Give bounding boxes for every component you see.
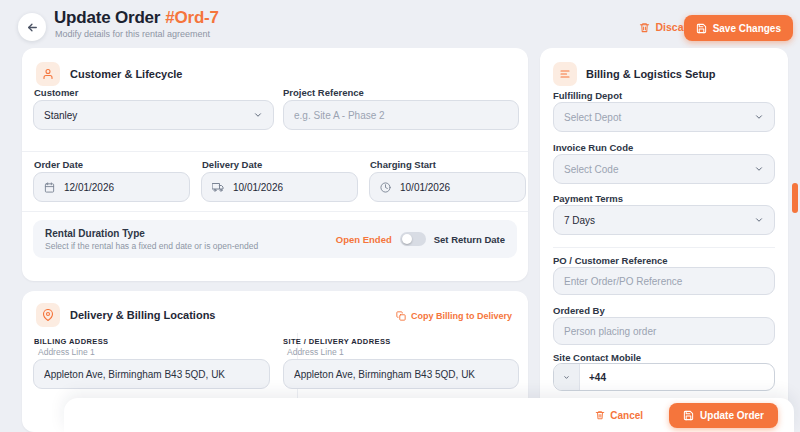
divider <box>22 151 528 152</box>
truck-icon <box>212 181 224 193</box>
chevron-down-icon <box>754 215 764 225</box>
map-pin-icon <box>36 303 60 327</box>
chevron-down-icon <box>754 164 764 174</box>
set-return-date-label: Set Return Date <box>434 234 505 245</box>
list-lines-icon <box>553 62 577 86</box>
order-date-label: Order Date <box>34 159 83 170</box>
fulfilling-depot-select[interactable]: Select Depot <box>553 102 775 132</box>
po-reference-input[interactable] <box>553 267 775 295</box>
invoice-run-code-placeholder: Select Code <box>564 164 618 175</box>
calendar-icon <box>44 182 55 193</box>
site-address-input[interactable] <box>283 359 519 389</box>
project-reference-label: Project Reference <box>283 87 364 98</box>
site-contact-mobile-label: Site Contact Mobile <box>553 352 641 363</box>
locations-section-title: Delivery & Billing Locations <box>70 309 215 321</box>
divider <box>553 247 775 248</box>
customer-select-value: Stanley <box>44 110 77 121</box>
cancel-label: Cancel <box>610 410 643 421</box>
delivery-date-value: 10/01/2026 <box>233 182 283 193</box>
save-icon <box>683 410 694 421</box>
charging-start-label: Charging Start <box>370 159 436 170</box>
customer-select[interactable]: Stanley <box>33 100 274 130</box>
country-code-select[interactable] <box>554 364 580 390</box>
billing-address-line-label: Address Line 1 <box>38 347 95 357</box>
chevron-down-icon <box>754 112 764 122</box>
project-reference-input[interactable] <box>283 100 519 130</box>
toggle-knob <box>402 234 412 244</box>
update-order-button[interactable]: Update Order <box>669 403 778 428</box>
charging-start-field[interactable]: 10/01/2026 <box>369 172 526 202</box>
site-address-line-label: Address Line 1 <box>287 347 344 357</box>
billing-section-title: Billing & Logistics Setup <box>586 68 716 80</box>
delivery-date-field[interactable]: 10/01/2026 <box>201 172 358 202</box>
vertical-scrollbar-thumb[interactable] <box>792 183 798 213</box>
save-changes-button[interactable]: Save Changes <box>684 15 793 41</box>
rental-duration-box: Rental Duration Type Select if the renta… <box>33 220 517 258</box>
payment-terms-label: Payment Terms <box>553 193 623 204</box>
divider <box>22 211 528 212</box>
fulfilling-depot-placeholder: Select Depot <box>564 112 621 123</box>
delivery-date-label: Delivery Date <box>202 159 262 170</box>
order-date-field[interactable]: 12/01/2026 <box>33 172 190 202</box>
copy-icon <box>396 311 406 321</box>
chevron-down-icon <box>253 110 263 120</box>
save-icon <box>696 23 707 34</box>
po-reference-label: PO / Customer Reference <box>553 255 668 266</box>
rental-duration-description: Select if the rental has a fixed end dat… <box>45 241 258 251</box>
clock-icon <box>380 182 391 193</box>
update-order-label: Update Order <box>700 410 764 421</box>
payment-terms-value: 7 Days <box>564 215 595 226</box>
billing-address-input[interactable] <box>33 359 270 389</box>
copy-billing-label: Copy Billing to Delivery <box>411 311 512 321</box>
page-title: Update Order#Ord-7 <box>54 8 219 28</box>
trash-icon <box>595 410 605 420</box>
trash-icon <box>639 22 650 33</box>
order-date-value: 12/01/2026 <box>64 182 114 193</box>
fulfilling-depot-label: Fulfilling Depot <box>553 90 622 101</box>
site-address-heading: SITE / DELIVERY ADDRESS <box>283 337 391 346</box>
chevron-down-icon <box>563 374 570 381</box>
customer-section-title: Customer & Lifecycle <box>70 68 182 80</box>
cancel-button[interactable]: Cancel <box>595 410 643 421</box>
billing-logistics-card: Billing & Logistics Setup Fulfilling Dep… <box>540 48 788 432</box>
return-date-toggle[interactable] <box>400 232 426 246</box>
site-contact-mobile-field <box>553 363 775 391</box>
page-subtitle: Modify details for this rental agreement <box>55 29 210 39</box>
page-title-text: Update Order <box>54 8 160 27</box>
customer-label: Customer <box>34 87 78 98</box>
save-changes-label: Save Changes <box>713 23 781 34</box>
ordered-by-input[interactable] <box>553 317 775 345</box>
invoice-run-code-select[interactable]: Select Code <box>553 154 775 184</box>
back-button[interactable] <box>18 13 46 41</box>
arrow-left-icon <box>26 21 39 34</box>
open-ended-label: Open Ended <box>336 234 392 245</box>
customer-lifecycle-card: Customer & Lifecycle Customer Stanley Pr… <box>22 48 528 281</box>
ordered-by-label: Ordered By <box>553 305 605 316</box>
charging-start-value: 10/01/2026 <box>400 182 450 193</box>
user-icon <box>36 62 60 86</box>
copy-billing-to-delivery-button[interactable]: Copy Billing to Delivery <box>396 311 512 321</box>
invoice-run-code-label: Invoice Run Code <box>553 142 633 153</box>
footer-action-bar: Cancel Update Order <box>64 398 794 432</box>
rental-duration-title: Rental Duration Type <box>45 228 258 239</box>
mobile-number-input[interactable] <box>580 364 774 390</box>
order-id: #Ord-7 <box>165 8 219 27</box>
payment-terms-select[interactable]: 7 Days <box>553 205 775 235</box>
billing-address-heading: BILLING ADDRESS <box>34 337 108 346</box>
rental-duration-text: Rental Duration Type Select if the renta… <box>45 228 258 251</box>
